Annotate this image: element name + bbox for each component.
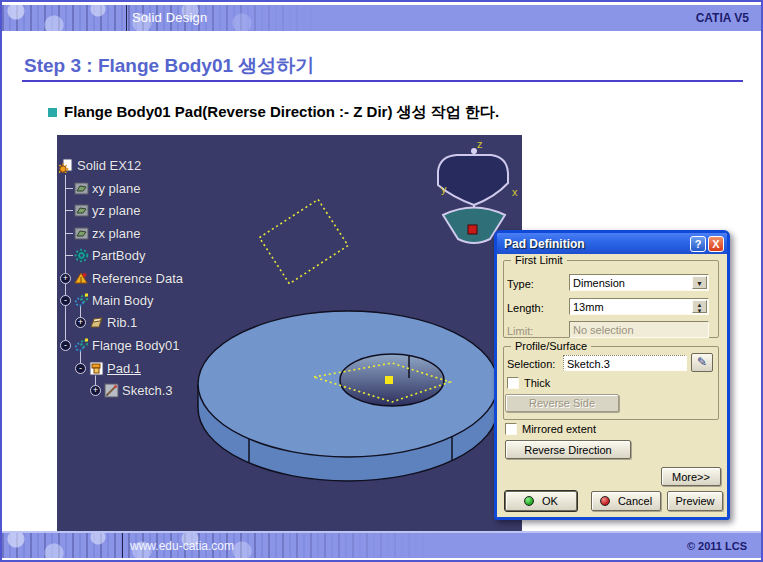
part-document-icon bbox=[59, 158, 74, 173]
dialog-title: Pad Definition bbox=[504, 237, 688, 251]
thick-label: Thick bbox=[524, 377, 550, 389]
plane-icon bbox=[74, 181, 89, 196]
expander-icon[interactable]: + bbox=[60, 273, 71, 284]
expander-icon[interactable]: + bbox=[90, 385, 101, 396]
combo-arrow-icon[interactable]: ▼ bbox=[692, 276, 707, 289]
more-button[interactable]: More>> bbox=[661, 467, 721, 486]
title-underline bbox=[22, 80, 743, 82]
dialog-body: First Limit Type: Dimension ▼ Length: 13… bbox=[497, 254, 727, 517]
plane-icon bbox=[74, 203, 89, 218]
compass-privileged-plane[interactable] bbox=[438, 155, 508, 205]
compass[interactable]: z y x bbox=[438, 138, 518, 243]
header-banner: Solid Design CATIA V5 bbox=[2, 5, 761, 31]
reverse-direction-button[interactable]: Reverse Direction bbox=[505, 440, 631, 459]
catia-viewport[interactable]: z y x Solid EX12 bbox=[57, 135, 522, 532]
slide: Solid Design CATIA V5 Step 3 : Flange Bo… bbox=[0, 0, 763, 562]
limit-label: Limit: bbox=[507, 325, 533, 337]
dialog-titlebar[interactable]: Pad Definition ? X bbox=[497, 233, 727, 254]
expander-icon[interactable]: - bbox=[60, 340, 71, 351]
ok-label: OK bbox=[542, 495, 558, 507]
help-button[interactable]: ? bbox=[690, 236, 706, 252]
body-gears-icon bbox=[74, 293, 89, 308]
ok-status-icon bbox=[524, 496, 534, 506]
header-brand-label: CATIA V5 bbox=[696, 11, 749, 25]
tree-item-pad1[interactable]: - Pad.1 bbox=[75, 358, 141, 378]
tree-item-rib1[interactable]: + Rib.1 bbox=[75, 312, 137, 332]
tree-line bbox=[65, 188, 73, 189]
bullet-text: Flange Body01 Pad(Reverse Direction :- Z… bbox=[64, 103, 499, 122]
reverse-side-label: Reverse Side bbox=[529, 397, 595, 409]
compass-y-label: y bbox=[441, 183, 447, 195]
expander-icon[interactable]: - bbox=[60, 295, 71, 306]
compass-x-label: x bbox=[512, 186, 518, 198]
selection-input[interactable]: Sketch.3 bbox=[563, 355, 687, 371]
type-label: Type: bbox=[507, 278, 534, 290]
tree-item-partbody[interactable]: PartBody bbox=[74, 245, 145, 265]
footer-divider bbox=[122, 533, 123, 558]
selection-edit-button[interactable]: ✎ bbox=[691, 353, 713, 372]
plane-icon bbox=[74, 226, 89, 241]
length-spinner[interactable]: ▲▼ bbox=[692, 300, 707, 313]
pad-icon bbox=[89, 361, 104, 376]
tree-item-reference-data[interactable]: + Reference Data bbox=[60, 268, 183, 288]
limit-input: No selection bbox=[569, 321, 709, 338]
tree-line bbox=[65, 255, 73, 256]
footer-banner: www.edu-catia.com © 2011 LCS bbox=[2, 531, 761, 558]
tree-item-solid-ex12[interactable]: Solid EX12 bbox=[59, 155, 141, 175]
tree-item-main-body[interactable]: - Main Body bbox=[60, 290, 153, 310]
selection-value: Sketch.3 bbox=[567, 358, 610, 370]
mirrored-extent-checkbox[interactable] bbox=[505, 423, 517, 435]
length-label: Length: bbox=[507, 302, 544, 314]
tree-item-flange-body01[interactable]: - Flange Body01 bbox=[60, 335, 179, 355]
sketch-icon bbox=[104, 383, 119, 398]
expander-icon[interactable]: - bbox=[75, 363, 86, 374]
reverse-side-button: Reverse Side bbox=[505, 394, 619, 412]
tree-line bbox=[65, 210, 73, 211]
tree-trunk-line bbox=[65, 175, 66, 345]
tree-item-xy-plane[interactable]: xy plane bbox=[74, 178, 140, 198]
thick-checkbox[interactable] bbox=[507, 377, 519, 389]
profile-surface-group-label: Profile/Surface bbox=[511, 340, 591, 352]
footer-copyright: © 2011 LCS bbox=[687, 540, 747, 552]
cancel-button[interactable]: Cancel bbox=[591, 491, 661, 511]
header-divider bbox=[126, 5, 127, 31]
preview-label: Preview bbox=[675, 495, 714, 507]
rib-icon bbox=[89, 315, 104, 330]
tree-item-yz-plane[interactable]: yz plane bbox=[74, 200, 140, 220]
header-product-label: Solid Design bbox=[132, 10, 207, 25]
bullet-item: Flange Body01 Pad(Reverse Direction :- Z… bbox=[48, 103, 499, 122]
footer-site-link[interactable]: www.edu-catia.com bbox=[130, 539, 234, 553]
tree-item-sketch3[interactable]: + Sketch.3 bbox=[90, 380, 173, 400]
tree-item-zx-plane[interactable]: zx plane bbox=[74, 223, 140, 243]
compass-anchor[interactable] bbox=[468, 225, 477, 234]
length-input[interactable]: 13mm ▲▼ bbox=[569, 298, 709, 315]
sketch3-anchor-point[interactable] bbox=[385, 376, 393, 384]
page-title: Step 3 : Flange Body01 생성하기 bbox=[24, 53, 314, 79]
expander-icon[interactable]: + bbox=[75, 317, 86, 328]
specification-tree: Solid EX12 xy plane yz plane bbox=[57, 135, 287, 415]
body-gear-icon bbox=[74, 248, 89, 263]
pencil-icon: ✎ bbox=[697, 355, 707, 369]
mirrored-extent-label: Mirrored extent bbox=[522, 423, 596, 435]
cancel-label: Cancel bbox=[618, 495, 652, 507]
cancel-status-icon bbox=[600, 496, 610, 506]
limit-value: No selection bbox=[573, 324, 634, 336]
selection-label: Selection: bbox=[507, 358, 555, 370]
type-combobox[interactable]: Dimension ▼ bbox=[569, 274, 709, 291]
first-limit-group-label: First Limit bbox=[511, 254, 567, 266]
close-button[interactable]: X bbox=[708, 236, 724, 252]
preview-button[interactable]: Preview bbox=[667, 491, 723, 511]
type-value: Dimension bbox=[573, 277, 625, 289]
pad-definition-dialog: Pad Definition ? X First Limit Type: Dim… bbox=[494, 230, 730, 520]
compass-z-label: z bbox=[477, 138, 483, 150]
length-value: 13mm bbox=[573, 301, 604, 313]
reference-data-icon bbox=[74, 271, 89, 286]
tree-line bbox=[65, 233, 73, 234]
ok-button[interactable]: OK bbox=[505, 491, 577, 511]
body-gears-icon bbox=[74, 338, 89, 353]
more-label: More>> bbox=[672, 471, 710, 483]
reverse-direction-label: Reverse Direction bbox=[524, 444, 611, 456]
bullet-square-icon bbox=[48, 108, 57, 117]
